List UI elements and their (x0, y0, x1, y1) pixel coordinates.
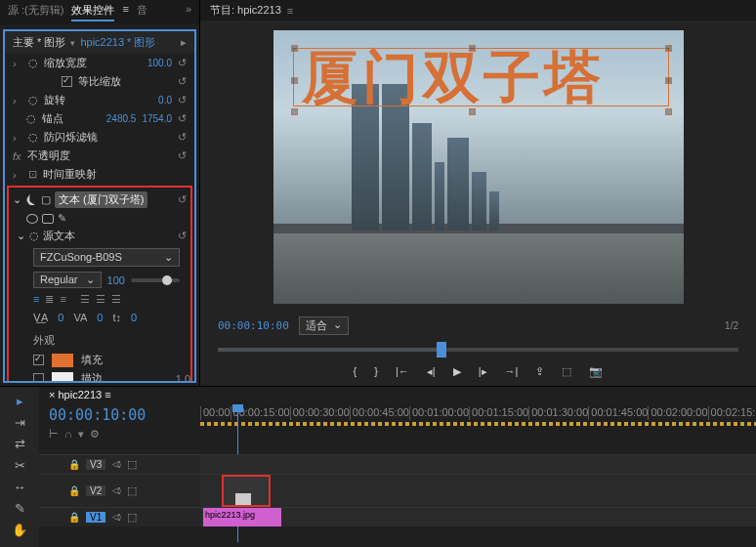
tab-audio[interactable]: 音 (137, 3, 147, 21)
reset-icon[interactable]: ↺ (178, 57, 187, 69)
stopwatch-icon[interactable]: ◌ (26, 112, 36, 125)
eye-icon[interactable]: ⏾ (25, 194, 37, 206)
export-frame-icon[interactable]: 📷 (589, 365, 603, 378)
prop-scale-width: › ◌ 缩放宽度 100.0 ↺ (5, 54, 194, 72)
eye-icon[interactable]: ⏿ (111, 485, 121, 496)
lock-icon[interactable]: 🔒 (68, 512, 80, 523)
text-layer-header[interactable]: ⌄ ⏾ ▢ 文本 (厦门双子塔) ↺ (9, 189, 190, 210)
link-icon[interactable]: ∩ (64, 428, 72, 441)
mute-icon[interactable]: ⬚ (127, 458, 137, 471)
extract-icon[interactable]: ⬚ (562, 365, 571, 378)
lock-icon[interactable]: 🔒 (68, 485, 80, 496)
align-bot-icon[interactable]: ☰ (111, 293, 121, 306)
timeline-ruler[interactable]: 00:0000:00:15:0000:00:30:0000:00:45:0000… (200, 402, 756, 444)
prop-anchor: ◌ 锚点 2480.5 1754.0 ↺ (5, 109, 194, 128)
pen-tool-icon[interactable]: ✎ (9, 499, 30, 517)
hand-tool-icon[interactable]: ✋ (9, 521, 30, 538)
stroke-swatch[interactable] (52, 372, 73, 384)
fill-swatch[interactable] (52, 354, 73, 367)
mute-icon[interactable]: ⬚ (127, 484, 137, 497)
play-icon[interactable]: ▶ (453, 365, 461, 378)
timeline-toggle-icon[interactable]: ▸ (181, 36, 187, 49)
go-out-icon[interactable]: →| (505, 365, 519, 378)
align-left-icon[interactable]: ≡ (33, 293, 39, 306)
type-tool-icon[interactable]: T (9, 542, 30, 547)
scrub-bar[interactable] (200, 338, 756, 360)
stopwatch-icon[interactable]: ◌ (28, 57, 38, 69)
reset-icon[interactable]: ↺ (178, 75, 187, 88)
tracking-row: V͟A0 VA0 t↕0 (33, 309, 190, 327)
source-text-row: ⌄ ◌ 源文本 ↺ (9, 227, 190, 245)
slip-tool-icon[interactable]: ↔ (9, 478, 30, 495)
clip-link-label[interactable]: hpic2213 * 图形 (80, 35, 155, 50)
chevron-down-icon[interactable]: ▾ (70, 38, 75, 48)
reset-icon[interactable]: ↺ (178, 149, 187, 162)
reset-icon[interactable]: ↺ (178, 94, 187, 106)
step-back-icon[interactable]: ◂| (427, 365, 436, 378)
reset-icon[interactable]: ↺ (178, 131, 187, 144)
stopwatch-icon[interactable]: ◌ (29, 230, 39, 242)
font-select[interactable]: FZCuSong-B09S ⌄ (33, 248, 180, 267)
pen-mask-icon[interactable]: ✎ (58, 212, 66, 225)
stopwatch-icon[interactable]: ◌ (28, 131, 38, 144)
program-tab[interactable]: 节目: hpic2213 (210, 3, 281, 18)
razor-tool-icon[interactable]: ✂ (9, 456, 30, 474)
text-layer-name[interactable]: 文本 (厦门双子塔) (55, 191, 147, 208)
panel-menu-icon[interactable]: » (186, 3, 191, 21)
playhead-icon[interactable] (437, 342, 446, 358)
fill-checkbox[interactable] (33, 355, 44, 365)
expand-icon[interactable]: › (13, 169, 22, 181)
left-tabs: 源 :(无剪辑) 效果控件 ≡ 音 » (0, 0, 199, 24)
step-fwd-icon[interactable]: |▸ (479, 365, 487, 378)
tab-menu-icon[interactable]: ≡ (122, 3, 128, 21)
chevron-down-icon: ⌄ (333, 318, 342, 333)
marker-icon[interactable]: ▾ (78, 428, 84, 441)
timeline-timecode[interactable]: 00:00:10:00 (49, 406, 190, 424)
ellipse-mask-icon[interactable] (26, 214, 38, 224)
uniform-checkbox[interactable] (62, 76, 72, 87)
expand-icon[interactable]: › (13, 95, 22, 106)
expand-icon[interactable]: ⌄ (17, 230, 25, 242)
program-timecode[interactable]: 00:00:10:00 (218, 319, 289, 332)
reset-icon[interactable]: ↺ (178, 112, 187, 125)
align-right-icon[interactable]: ≡ (60, 293, 65, 306)
chevron-down-icon: ⌄ (164, 251, 173, 264)
video-clip[interactable]: hpic2213.jpg (203, 508, 281, 526)
timeline-tab[interactable]: × hpic2213 ≡ (39, 387, 756, 402)
selection-tool-icon[interactable]: ▸ (9, 392, 30, 409)
stopwatch-icon[interactable]: ◌ (28, 94, 38, 106)
reset-icon[interactable]: ↺ (178, 230, 187, 242)
expand-icon[interactable]: › (13, 132, 22, 144)
settings-icon[interactable]: ⚙ (90, 428, 100, 441)
title-text-overlay[interactable]: 厦门双子塔 (293, 48, 669, 106)
weight-select[interactable]: Regular ⌄ (33, 272, 102, 288)
ripple-tool-icon[interactable]: ⇄ (9, 435, 30, 452)
lift-icon[interactable]: ⇪ (535, 365, 544, 378)
track-select-tool-icon[interactable]: ⇥ (9, 413, 30, 431)
align-mid-icon[interactable]: ☰ (96, 293, 105, 306)
timeline-panel: ▸ ⇥ ⇄ ✂ ↔ ✎ ✋ T × hpic2213 ≡ 00:00:10:00… (0, 386, 756, 547)
tab-source[interactable]: 源 :(无剪辑) (8, 3, 63, 21)
eye-icon[interactable]: ⏿ (111, 512, 121, 523)
tab-effect-controls[interactable]: 效果控件 (71, 3, 114, 21)
align-top-icon[interactable]: ☰ (80, 293, 90, 306)
expand-icon[interactable]: › (13, 58, 22, 69)
mark-out-icon[interactable]: } (374, 365, 378, 378)
lock-icon[interactable]: 🔒 (68, 459, 80, 470)
mute-icon[interactable]: ⬚ (127, 511, 137, 524)
graphics-clip[interactable] (222, 475, 271, 507)
program-monitor[interactable]: 厦门双子塔 (273, 30, 684, 304)
go-in-icon[interactable]: |← (396, 365, 409, 378)
mark-in-icon[interactable]: { (354, 365, 357, 378)
rect-mask-icon[interactable] (42, 214, 54, 224)
snap-icon[interactable]: ⊢ (49, 428, 59, 441)
size-slider[interactable] (131, 278, 180, 282)
stroke-checkbox[interactable] (33, 373, 44, 383)
eye-icon[interactable]: ⏿ (111, 459, 121, 470)
align-center-icon[interactable]: ≣ (45, 293, 54, 306)
reset-icon[interactable]: ↺ (178, 193, 187, 206)
font-size-value[interactable]: 100 (107, 274, 125, 286)
tab-menu-icon[interactable]: ≡ (287, 5, 293, 17)
zoom-select[interactable]: 适合 ⌄ (299, 316, 349, 335)
expand-icon[interactable]: ⌄ (13, 193, 21, 206)
